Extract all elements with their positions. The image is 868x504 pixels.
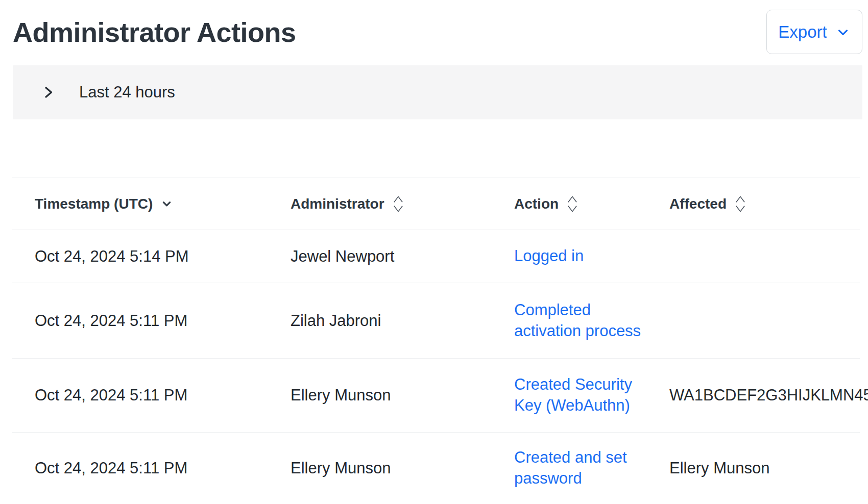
timestamp-cell: Oct 24, 2024 5:11 PM bbox=[12, 386, 291, 405]
column-header-administrator[interactable]: Administrator bbox=[291, 194, 514, 214]
action-link[interactable]: Completed activation process bbox=[514, 300, 646, 342]
administrator-cell: Zilah Jabroni bbox=[291, 312, 514, 330]
column-header-affected[interactable]: Affected bbox=[669, 194, 860, 214]
affected-cell: WA1BCDEF2G3HIJKLMN45 bbox=[669, 386, 868, 405]
administrator-cell: Ellery Munson bbox=[291, 459, 514, 477]
admin-actions-table: Timestamp (UTC) Administrator Action bbox=[12, 178, 860, 504]
table-row: Oct 24, 2024 5:14 PM Jewel Newport Logge… bbox=[12, 230, 860, 283]
sort-descending-chevron-icon bbox=[160, 197, 174, 211]
table-header-row: Timestamp (UTC) Administrator Action bbox=[12, 178, 860, 230]
sort-diamond-icon bbox=[734, 194, 747, 214]
column-header-affected-label: Affected bbox=[669, 196, 727, 212]
table-row: Oct 24, 2024 5:11 PM Ellery Munson Creat… bbox=[12, 433, 860, 504]
export-button[interactable]: Export bbox=[766, 10, 862, 54]
action-link[interactable]: Created Security Key (WebAuthn) bbox=[514, 374, 646, 416]
page-header: Administrator Actions Export bbox=[0, 0, 868, 54]
administrator-cell: Ellery Munson bbox=[291, 386, 514, 405]
export-button-label: Export bbox=[778, 22, 827, 42]
column-header-timestamp-label: Timestamp (UTC) bbox=[35, 196, 153, 212]
sort-diamond-icon bbox=[392, 194, 405, 214]
administrator-cell: Jewel Newport bbox=[291, 247, 514, 266]
affected-cell: Ellery Munson bbox=[669, 459, 860, 477]
action-link[interactable]: Created and set password bbox=[514, 447, 646, 489]
filter-label: Last 24 hours bbox=[79, 83, 175, 102]
action-link[interactable]: Logged in bbox=[514, 246, 584, 267]
admin-actions-page: Administrator Actions Export Last 24 hou… bbox=[0, 0, 868, 504]
column-header-action[interactable]: Action bbox=[514, 194, 669, 214]
filter-row-last-24-hours[interactable]: Last 24 hours bbox=[13, 65, 862, 119]
column-header-action-label: Action bbox=[514, 196, 559, 212]
chevron-right-icon bbox=[42, 84, 55, 100]
column-header-administrator-label: Administrator bbox=[291, 196, 384, 212]
table-row: Oct 24, 2024 5:11 PM Ellery Munson Creat… bbox=[12, 359, 860, 433]
timestamp-cell: Oct 24, 2024 5:11 PM bbox=[12, 459, 291, 477]
sort-diamond-icon bbox=[566, 194, 579, 214]
page-title: Administrator Actions bbox=[13, 16, 296, 48]
timestamp-cell: Oct 24, 2024 5:14 PM bbox=[12, 247, 291, 266]
timestamp-cell: Oct 24, 2024 5:11 PM bbox=[12, 312, 291, 330]
column-header-timestamp[interactable]: Timestamp (UTC) bbox=[12, 196, 291, 212]
table-row: Oct 24, 2024 5:11 PM Zilah Jabroni Compl… bbox=[12, 283, 860, 359]
chevron-down-icon bbox=[835, 24, 851, 40]
